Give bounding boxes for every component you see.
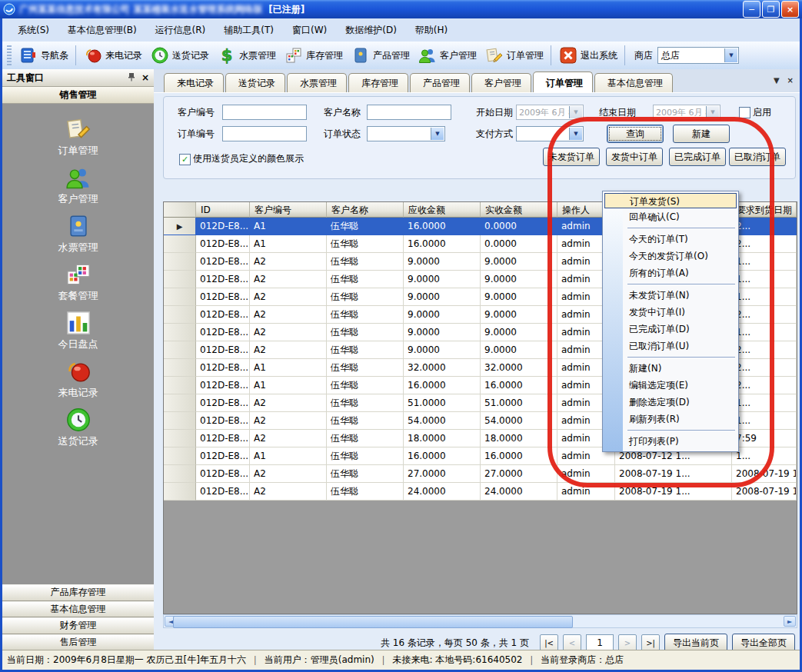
menu-item[interactable]: 数据维护(D) (336, 21, 406, 40)
toolbar-delivery-record-button[interactable]: 送货记录 (146, 44, 213, 67)
toolbar-inventory-button[interactable]: 库存管理 (280, 44, 347, 67)
row-selector[interactable] (164, 465, 196, 483)
context-menu-item[interactable] (627, 357, 735, 358)
tab[interactable]: 来电记录 (164, 73, 224, 92)
scrollbar-thumb[interactable] (173, 616, 573, 628)
column-header[interactable]: ID (196, 202, 250, 218)
column-header[interactable]: 客户编号 (250, 202, 327, 218)
pin-icon[interactable] (128, 72, 135, 84)
sidebar-item-water-ticket-management[interactable]: 水票管理 (2, 209, 154, 258)
tab[interactable]: 产品管理 (410, 73, 470, 92)
menu-item[interactable]: 基本信息管理(B) (58, 21, 146, 40)
context-menu-item[interactable]: 打印列表(P) (603, 433, 738, 450)
toolbar-incoming-call-button[interactable]: 来电记录 (79, 44, 146, 67)
sidebar-item-incoming-call-record[interactable]: 来电记录 (2, 354, 154, 403)
menu-item[interactable]: 系统(S) (8, 21, 58, 40)
toolbar-customer-button[interactable]: 客户管理 (414, 44, 481, 67)
tab[interactable]: 送货记录 (225, 73, 285, 92)
sidebar-section-product-inventory[interactable]: 产品库存管理 (2, 584, 154, 601)
tab[interactable]: 库存管理 (348, 73, 408, 92)
pay-method-select[interactable]: ▼ (516, 126, 584, 141)
column-header[interactable]: 客户名称 (327, 202, 404, 218)
tab-list-dropdown-icon[interactable]: ▼ (774, 76, 780, 85)
toolbar-order-button[interactable]: 订单管理 (481, 44, 547, 67)
row-selector[interactable] (164, 447, 196, 465)
column-header[interactable]: 应收金额 (404, 202, 481, 218)
context-menu-item[interactable] (627, 284, 735, 284)
sidebar-item-order-management[interactable]: 订单管理 (2, 112, 154, 161)
toolbar-water-ticket-button[interactable]: $ 水票管理 (213, 44, 280, 67)
completed-orders-button[interactable]: 已完成订单 (669, 148, 726, 166)
context-menu-item[interactable]: 删除选定项(D) (603, 394, 738, 411)
row-selector[interactable] (164, 218, 196, 235)
row-selector[interactable] (164, 430, 196, 447)
dropdown-arrow-icon[interactable]: ▼ (706, 106, 719, 118)
toolbar-navigator-button[interactable]: 导航条 (15, 44, 72, 67)
last-page-button[interactable]: >| (641, 634, 660, 651)
order-status-select[interactable]: ▼ (367, 126, 445, 141)
sidebar-close-icon[interactable]: × (141, 72, 149, 83)
end-date-picker[interactable]: 2009年 6月 8日 ▼ (653, 105, 720, 120)
shipping-orders-button[interactable]: 发货中订单 (606, 148, 663, 166)
context-menu-item[interactable]: 今天的订单(T) (603, 231, 738, 248)
shop-select[interactable]: 总店 ▼ (657, 47, 739, 64)
context-menu-item[interactable]: 已取消订单(U) (603, 338, 738, 354)
toolbar-product-button[interactable]: 产品管理 (347, 44, 414, 67)
sidebar-item-delivery-record[interactable]: 送货记录 (2, 403, 154, 451)
tab[interactable]: 水票管理 (287, 73, 347, 92)
row-selector[interactable] (164, 288, 196, 306)
sidebar-item-package-management[interactable]: 套餐管理 (2, 258, 154, 306)
dropdown-arrow-icon[interactable]: ▼ (431, 128, 444, 140)
maximize-button[interactable]: ❐ (762, 1, 780, 18)
order-no-input[interactable] (222, 126, 307, 141)
sidebar-item-today-inventory[interactable]: 今日盘点 (2, 306, 154, 354)
start-date-picker[interactable]: 2009年 6月 8日 ▼ (516, 105, 584, 120)
query-button[interactable]: 查询 (607, 125, 664, 143)
dropdown-arrow-icon[interactable]: ▼ (569, 106, 582, 118)
sidebar-item-customer-management[interactable]: 客户管理 (2, 161, 154, 209)
menu-item[interactable]: 辅助工具(T) (215, 21, 283, 40)
menu-item[interactable]: 运行信息(R) (146, 21, 215, 40)
row-selector[interactable] (164, 359, 196, 377)
tab[interactable]: 订单管理 (533, 72, 593, 92)
sidebar-section-basic-info[interactable]: 基本信息管理 (2, 601, 154, 618)
row-selector[interactable] (164, 324, 196, 341)
context-menu-item[interactable]: 回单确认(C) (603, 208, 738, 225)
prev-page-button[interactable]: < (563, 634, 581, 651)
context-menu-item[interactable]: 刷新列表(R) (603, 411, 738, 427)
column-header[interactable]: 要求到货日期 (732, 202, 797, 218)
unshipped-orders-button[interactable]: 未发货订单 (543, 148, 600, 166)
sidebar-section-after-sales[interactable]: 售后管理 (2, 634, 154, 651)
context-menu-item[interactable]: 未发货订单(N) (603, 287, 738, 304)
enable-checkbox[interactable] (739, 107, 750, 118)
menu-item[interactable]: 帮助(H) (406, 21, 457, 40)
row-selector[interactable] (164, 341, 196, 359)
sidebar-section-sales-management[interactable]: 销售管理 (2, 87, 154, 104)
context-menu-item[interactable]: 订单发货(S) (604, 193, 737, 208)
row-selector[interactable] (164, 483, 196, 501)
tab[interactable]: 客户管理 (471, 73, 531, 92)
context-menu-item[interactable]: 今天的发货订单(O) (603, 248, 738, 264)
row-selector[interactable] (164, 412, 196, 430)
sidebar-section-finance[interactable]: 财务管理 (2, 617, 154, 634)
table-row[interactable]: 012D-E8... A2 伍华聪 27.0000 27.0000 admin … (164, 465, 797, 483)
first-page-button[interactable]: |< (540, 634, 558, 651)
dropdown-arrow-icon[interactable]: ▼ (724, 48, 737, 62)
row-selector[interactable] (164, 394, 196, 412)
row-selector[interactable] (164, 253, 196, 271)
context-menu-item[interactable]: 发货中订单(I) (603, 304, 738, 321)
tab-close-icon[interactable]: × (787, 76, 794, 85)
context-menu-item[interactable] (627, 228, 735, 228)
customer-name-input[interactable] (367, 105, 451, 120)
cancelled-orders-button[interactable]: 已取消订单 (729, 148, 786, 166)
toolbar-grip[interactable] (7, 45, 12, 65)
table-row[interactable]: 012D-E8... A2 伍华聪 24.0000 24.0000 admin … (164, 483, 797, 501)
delivery-color-checkbox[interactable]: ✓ (179, 154, 191, 165)
row-selector[interactable] (164, 271, 196, 288)
menu-item[interactable]: 窗口(W) (283, 21, 336, 40)
context-menu-item[interactable]: 已完成订单(D) (603, 321, 738, 338)
context-menu-item[interactable]: 编辑选定项(E) (603, 377, 738, 394)
customer-no-input[interactable] (222, 105, 307, 120)
row-selector[interactable] (164, 235, 196, 253)
horizontal-scrollbar[interactable]: ◄ ► (163, 614, 797, 628)
